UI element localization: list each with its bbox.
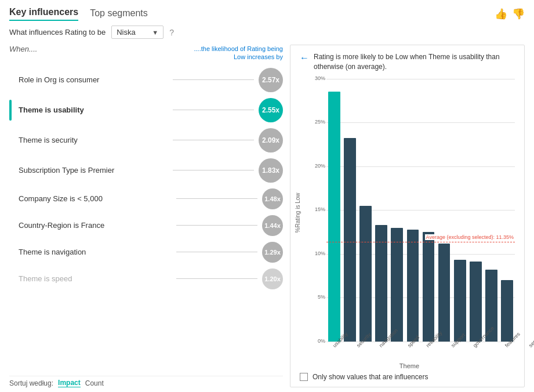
niska-dropdown[interactable]: Niska ▼ bbox=[111, 26, 164, 39]
active-bar bbox=[9, 100, 12, 121]
line-connector bbox=[176, 278, 257, 279]
chart-area: %Rating is Low 30%25%20%15%10%5%0% Avera… bbox=[300, 79, 515, 369]
value-bubble: 1.48x bbox=[262, 188, 283, 209]
line-connector bbox=[173, 140, 254, 140]
bar-col bbox=[422, 79, 435, 342]
line-connector bbox=[176, 225, 257, 226]
influencer-label: Company Size is < 5,000 bbox=[16, 194, 172, 203]
sort-impact[interactable]: Impact bbox=[58, 379, 81, 387]
y-tick-label: 20% bbox=[315, 163, 325, 169]
influencer-label: Role in Org is consumer bbox=[16, 75, 168, 84]
influencer-item[interactable]: Theme is security2.09x bbox=[9, 125, 283, 155]
line-connector bbox=[173, 170, 254, 170]
avg-line: Average (excluding selected): 11.35% bbox=[326, 242, 515, 242]
like-button[interactable]: 👍 bbox=[495, 9, 507, 19]
y-tick-label: 10% bbox=[315, 251, 325, 256]
dislike-button[interactable]: 👎 bbox=[512, 9, 525, 19]
chevron-down-icon: ▼ bbox=[152, 29, 158, 36]
value-bubble: 2.57x bbox=[259, 68, 283, 92]
tabs: Key influencers Top segments bbox=[9, 7, 148, 21]
value-bubble: 2.55x bbox=[259, 98, 283, 122]
bar bbox=[359, 206, 372, 342]
top-bar: Key influencers Top segments 👍 👎 bbox=[9, 7, 525, 21]
line-connector bbox=[173, 79, 254, 80]
sort-row: Sortuj według: Impact Count bbox=[9, 376, 283, 387]
tab-key-influencers[interactable]: Key influencers bbox=[9, 7, 78, 21]
bar bbox=[328, 92, 340, 342]
influencer-item[interactable]: Country-Region is France1.44x bbox=[9, 212, 283, 239]
influencer-label: Subscription Type is Premier bbox=[16, 166, 168, 175]
x-labels: usabilitysecuritynavigationspeedreliabil… bbox=[326, 343, 515, 369]
avg-line-label: Average (excluding selected): 11.35% bbox=[425, 234, 515, 240]
influencer-item[interactable]: Theme is usability2.55x bbox=[9, 95, 283, 125]
influencer-label: Theme is security bbox=[16, 136, 168, 144]
bar-col bbox=[469, 79, 482, 342]
value-bubble: 1.20x bbox=[262, 268, 283, 289]
y-tick-label: 5% bbox=[318, 294, 325, 300]
y-tick-label: 25% bbox=[315, 119, 325, 125]
bar bbox=[470, 262, 482, 342]
value-bubble: 1.29x bbox=[262, 242, 283, 263]
bar-col bbox=[328, 79, 341, 342]
influencer-list: Role in Org is consumer2.57xTheme is usa… bbox=[9, 65, 283, 373]
bar bbox=[501, 280, 513, 342]
left-panel: When.... ....the likelihood of Rating be… bbox=[9, 45, 288, 387]
chart-footer: Only show values that are influencers bbox=[300, 373, 515, 381]
chart-header: ← Rating is more likely to be Low when T… bbox=[300, 52, 515, 72]
filter-row: What influences Rating to be Niska ▼ ? bbox=[9, 26, 525, 39]
bar-col bbox=[406, 79, 419, 342]
influencer-item[interactable]: Subscription Type is Premier1.83x bbox=[9, 155, 283, 186]
influencer-label: Country-Region is France bbox=[16, 221, 172, 230]
sort-count[interactable]: Count bbox=[85, 379, 104, 387]
influencers-only-checkbox[interactable] bbox=[300, 373, 308, 381]
filter-label: What influences Rating to be bbox=[9, 28, 106, 37]
bar-col bbox=[453, 79, 467, 342]
back-arrow-icon[interactable]: ← bbox=[300, 53, 309, 63]
bar-col bbox=[438, 79, 451, 342]
value-bubble: 2.09x bbox=[259, 128, 283, 153]
bar-col bbox=[343, 79, 357, 342]
top-icons: 👍 👎 bbox=[495, 9, 525, 19]
bar-col bbox=[485, 79, 498, 342]
right-panel: ← Rating is more likely to be Low when T… bbox=[290, 45, 525, 387]
col-likelihood-label: ....the likelihood of Rating being Low i… bbox=[190, 45, 283, 61]
dropdown-value: Niska bbox=[117, 28, 136, 37]
bar-col bbox=[375, 79, 388, 342]
bar-col bbox=[359, 79, 372, 342]
content-area: When.... ....the likelihood of Rating be… bbox=[9, 45, 525, 387]
tab-top-segments[interactable]: Top segments bbox=[90, 8, 148, 21]
value-bubble: 1.44x bbox=[262, 215, 283, 236]
col-when-label: When.... bbox=[9, 45, 37, 53]
bar bbox=[454, 260, 466, 342]
y-axis-label: %Rating is Low bbox=[295, 85, 301, 340]
help-icon[interactable]: ? bbox=[169, 28, 174, 37]
line-connector bbox=[173, 110, 254, 110]
bar-col bbox=[390, 79, 404, 342]
influencer-item[interactable]: Theme is navigation1.29x bbox=[9, 239, 283, 266]
bar bbox=[438, 244, 451, 342]
influencer-label: Theme is navigation bbox=[16, 248, 172, 256]
bars-container bbox=[326, 79, 515, 342]
bar bbox=[407, 230, 419, 342]
bar bbox=[344, 138, 356, 342]
influencer-item[interactable]: Role in Org is consumer2.57x bbox=[9, 65, 283, 95]
bar bbox=[423, 232, 435, 342]
y-tick-label: 0% bbox=[318, 338, 325, 344]
y-tick-label: 30% bbox=[315, 75, 325, 81]
sort-label: Sortuj według: bbox=[9, 379, 53, 387]
line-connector bbox=[176, 198, 257, 199]
x-axis-title: Theme bbox=[399, 362, 419, 369]
y-tick-label: 15% bbox=[315, 206, 325, 212]
line-connector bbox=[176, 252, 257, 252]
bar bbox=[391, 228, 403, 342]
influencer-label: Theme is speed bbox=[16, 274, 172, 283]
influencer-label: Theme is usability bbox=[16, 106, 168, 114]
influencer-item[interactable]: Company Size is < 5,0001.48x bbox=[9, 186, 283, 212]
influencers-only-label: Only show values that are influencers bbox=[313, 373, 428, 381]
bar-col bbox=[500, 79, 514, 342]
value-bubble: 1.83x bbox=[259, 158, 283, 183]
influencer-item[interactable]: Theme is speed1.20x bbox=[9, 266, 283, 292]
column-headers: When.... ....the likelihood of Rating be… bbox=[9, 45, 283, 61]
chart-title: Rating is more likely to be Low when The… bbox=[314, 52, 511, 72]
chart-wrapper: 30%25%20%15%10%5%0% Average (excluding s… bbox=[311, 79, 515, 342]
